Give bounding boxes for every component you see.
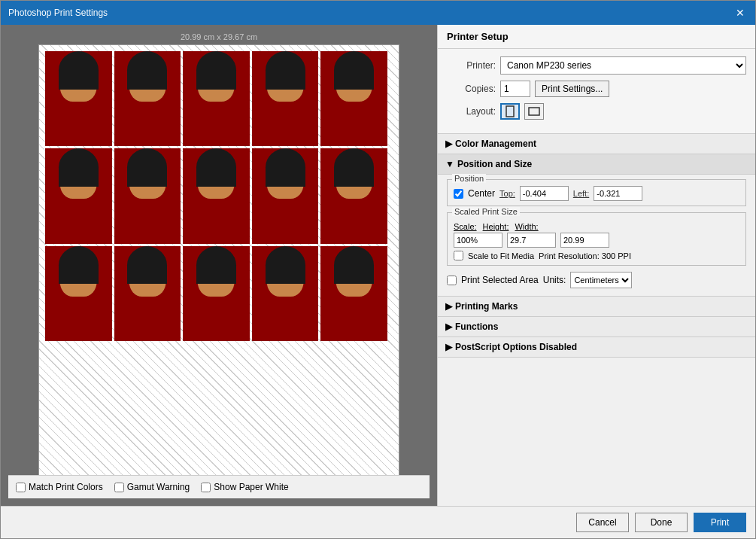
photo-cell bbox=[183, 246, 250, 341]
footer: Cancel Done Print bbox=[1, 506, 755, 538]
printing-marks-section[interactable]: ▶ Printing Marks bbox=[438, 297, 755, 317]
print-selected-checkbox[interactable] bbox=[447, 276, 457, 285]
photos-grid bbox=[45, 51, 387, 341]
scale-input[interactable] bbox=[454, 233, 502, 248]
right-panel: Printer Setup Printer: Canon MP230 serie… bbox=[437, 25, 755, 506]
photo-cell bbox=[114, 148, 181, 243]
height-input[interactable] bbox=[507, 233, 556, 248]
color-management-title: Color Management bbox=[455, 139, 536, 149]
copies-input[interactable] bbox=[500, 81, 530, 97]
gamut-warning-checkbox[interactable] bbox=[114, 483, 124, 492]
scaled-print-size-group: Scaled Print Size Scale: Height: Width: bbox=[447, 212, 746, 266]
top-input[interactable] bbox=[520, 186, 569, 201]
position-size-title: Position and Size bbox=[457, 159, 532, 169]
photo-face bbox=[320, 246, 387, 341]
svg-rect-0 bbox=[506, 106, 514, 117]
paper-preview bbox=[38, 44, 399, 475]
photo-face bbox=[45, 51, 112, 146]
svg-rect-1 bbox=[529, 108, 539, 115]
print-selected-row: Print Selected Area Units: Centimeters I… bbox=[447, 272, 746, 288]
scale-row: Scale: Height: Width: bbox=[454, 222, 739, 231]
functions-title: Functions bbox=[455, 321, 498, 332]
printing-marks-arrow: ▶ bbox=[445, 301, 452, 312]
scale-fit-checkbox[interactable] bbox=[454, 251, 463, 260]
printer-select[interactable]: Canon MP230 series bbox=[500, 56, 746, 75]
left-label: Left: bbox=[573, 189, 589, 198]
layout-landscape-button[interactable] bbox=[524, 103, 544, 120]
show-paper-white-group: Show Paper White bbox=[201, 482, 288, 492]
scale-fit-row: Scale to Fit Media Print Resolution: 300… bbox=[454, 251, 739, 260]
cancel-button[interactable]: Cancel bbox=[576, 513, 629, 532]
position-size-arrow: ▼ bbox=[445, 159, 454, 169]
portrait-icon bbox=[506, 105, 515, 117]
close-button[interactable]: ✕ bbox=[733, 5, 748, 20]
layout-portrait-button[interactable] bbox=[500, 103, 520, 120]
photo-cell bbox=[320, 51, 387, 146]
printer-row: Printer: Canon MP230 series bbox=[447, 56, 746, 75]
units-label: Units: bbox=[543, 275, 566, 285]
position-group-label: Position bbox=[452, 174, 486, 183]
width-input[interactable] bbox=[560, 233, 609, 248]
postscript-section[interactable]: ▶ PostScript Options Disabled bbox=[438, 337, 755, 358]
photo-face bbox=[114, 51, 181, 146]
dialog-title: Photoshop Print Settings bbox=[8, 8, 108, 18]
scaled-print-size-label: Scaled Print Size bbox=[452, 207, 520, 216]
functions-arrow: ▶ bbox=[445, 321, 452, 332]
functions-section[interactable]: ▶ Functions bbox=[438, 317, 755, 337]
postscript-arrow: ▶ bbox=[445, 342, 452, 352]
photo-face bbox=[252, 51, 319, 146]
title-bar: Photoshop Print Settings ✕ bbox=[1, 1, 755, 25]
photo-cell bbox=[114, 51, 181, 146]
position-group: Position Center Top: Left: bbox=[447, 179, 746, 206]
top-label: Top: bbox=[499, 189, 515, 198]
dimension-label: 20.99 cm x 29.67 cm bbox=[8, 32, 430, 41]
match-print-colors-group: Match Print Colors bbox=[16, 482, 103, 492]
photo-cell bbox=[252, 51, 319, 146]
units-select[interactable]: Centimeters Inches Millimeters bbox=[570, 272, 632, 288]
photo-face bbox=[45, 246, 112, 341]
match-print-colors-checkbox[interactable] bbox=[16, 483, 26, 492]
gamut-warning-group: Gamut Warning bbox=[114, 482, 190, 492]
printing-marks-title: Printing Marks bbox=[455, 301, 518, 312]
layout-label: Layout: bbox=[447, 106, 496, 117]
position-size-header[interactable]: ▼ Position and Size bbox=[438, 154, 755, 175]
show-paper-white-checkbox[interactable] bbox=[201, 483, 211, 492]
left-input[interactable] bbox=[594, 186, 642, 201]
print-button[interactable]: Print bbox=[694, 513, 746, 532]
print-selected-label: Print Selected Area bbox=[461, 275, 539, 285]
postscript-title: PostScript Options Disabled bbox=[455, 342, 577, 352]
width-label: Width: bbox=[515, 222, 538, 231]
photo-cell bbox=[45, 148, 112, 243]
photo-face bbox=[252, 246, 319, 341]
color-management-section[interactable]: ▶ Color Management bbox=[438, 134, 755, 154]
position-size-content: Position Center Top: Left: Scaled Print … bbox=[438, 175, 755, 296]
photo-cell bbox=[252, 148, 319, 243]
show-paper-white-label: Show Paper White bbox=[214, 482, 288, 492]
photo-face bbox=[183, 246, 250, 341]
done-button[interactable]: Done bbox=[635, 513, 688, 532]
landscape-icon bbox=[528, 107, 540, 116]
left-panel: 20.99 cm x 29.67 cm bbox=[1, 25, 437, 506]
position-size-section: ▼ Position and Size Position Center Top:… bbox=[438, 154, 755, 297]
photo-face bbox=[114, 246, 181, 341]
printer-setup-content: Printer: Canon MP230 series Copies: Prin… bbox=[438, 49, 755, 133]
scale-label: Scale: bbox=[454, 222, 477, 231]
color-management-arrow: ▶ bbox=[445, 139, 452, 149]
photo-cell bbox=[114, 246, 181, 341]
photoshop-print-dialog: Photoshop Print Settings ✕ 20.99 cm x 29… bbox=[0, 0, 756, 539]
photo-cell bbox=[183, 51, 250, 146]
printer-setup-section: Printer Setup Printer: Canon MP230 serie… bbox=[438, 25, 755, 134]
photo-cell bbox=[45, 51, 112, 146]
photo-face bbox=[320, 51, 387, 146]
position-center-row: Center Top: Left: bbox=[454, 186, 739, 201]
photo-face bbox=[252, 148, 319, 243]
copies-row: Copies: Print Settings... bbox=[447, 81, 746, 97]
photo-cell bbox=[320, 246, 387, 341]
center-checkbox[interactable] bbox=[454, 189, 463, 199]
print-settings-button[interactable]: Print Settings... bbox=[535, 81, 609, 97]
photo-face bbox=[45, 148, 112, 243]
bottom-bar: Match Print Colors Gamut Warning Show Pa… bbox=[8, 475, 430, 498]
photo-cell bbox=[252, 246, 319, 341]
copies-label: Copies: bbox=[447, 84, 496, 94]
printer-label: Printer: bbox=[447, 60, 496, 71]
